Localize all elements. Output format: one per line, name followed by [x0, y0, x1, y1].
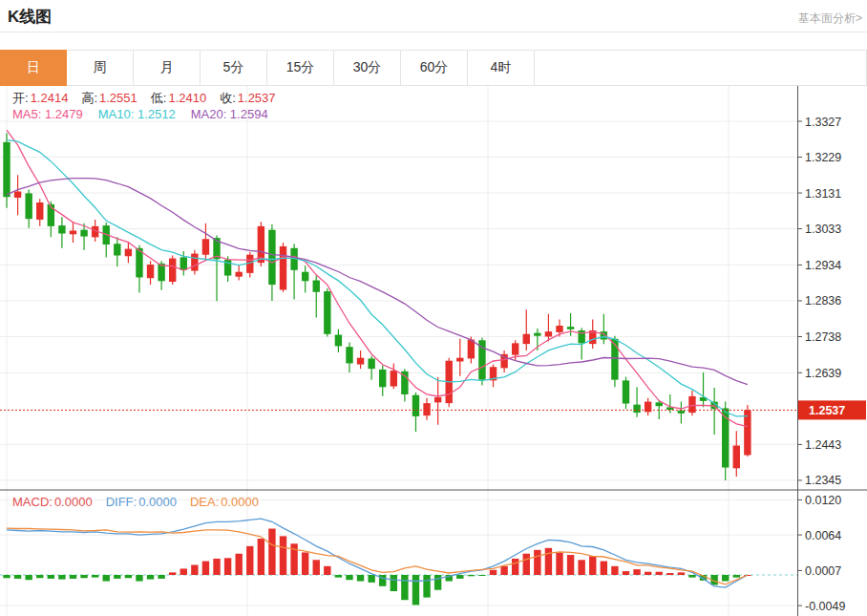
price-tick-0: 1.3327	[805, 116, 841, 129]
macd-bar	[80, 575, 87, 578]
kline-chart-canvas[interactable]: 1.33271.32291.31311.30331.29341.28361.27…	[0, 86, 867, 616]
macd-bar	[324, 566, 330, 575]
price-panel	[0, 130, 797, 480]
candle-body	[191, 254, 198, 271]
price-tick-2: 1.3131	[805, 187, 841, 201]
price-tick-4: 1.2934	[805, 259, 841, 272]
macd-bar	[180, 568, 187, 575]
macd-bar	[656, 572, 663, 575]
macd-bar	[202, 562, 209, 575]
candle-body	[114, 244, 120, 255]
macd-bar	[623, 571, 629, 575]
macd-bar	[666, 573, 673, 575]
price-tick-1: 1.3229	[805, 151, 841, 164]
macd-tick-0: 0.0120	[805, 494, 841, 507]
candle-body	[633, 405, 640, 413]
macd-bar	[601, 562, 607, 575]
candle-body	[125, 249, 132, 257]
macd-bar	[688, 575, 695, 578]
ma10-line	[7, 140, 748, 416]
candle-body	[368, 358, 374, 369]
candle-body	[357, 358, 364, 365]
candle-body	[423, 403, 430, 415]
macd-panel	[0, 519, 797, 605]
macd-bar	[733, 575, 740, 578]
tab-timeframe-2[interactable]: 月	[134, 50, 201, 86]
widget-header: K线图 基本面分析>	[0, 0, 867, 32]
macd-bar	[313, 560, 320, 575]
macd-bar	[434, 575, 441, 590]
tab-timeframe-1[interactable]: 周	[67, 50, 134, 86]
candle-body	[280, 246, 286, 290]
candle-body	[3, 142, 10, 197]
macd-tick-1: 0.0064	[805, 529, 841, 542]
candle-body	[36, 202, 43, 220]
macd-bar	[346, 575, 352, 580]
grid-layer	[0, 86, 797, 616]
macd-bar	[611, 566, 618, 575]
macd-bar	[191, 565, 198, 575]
tab-timeframe-7[interactable]: 4时	[468, 50, 535, 86]
candle-body	[534, 333, 540, 336]
macd-bar	[258, 539, 264, 575]
macd-bar	[3, 575, 10, 578]
price-tick-7: 1.2639	[805, 367, 841, 380]
tabbar-spacer	[535, 50, 867, 86]
macd-bar	[70, 575, 76, 579]
candle-body	[456, 358, 463, 362]
tab-timeframe-6[interactable]: 60分	[401, 50, 468, 86]
candle-body	[545, 331, 552, 336]
candle-body	[567, 327, 574, 329]
candle-body	[235, 272, 242, 277]
candle-body	[556, 326, 562, 332]
macd-bar	[423, 575, 430, 598]
macd-bar	[556, 552, 562, 575]
ma5-line	[7, 130, 748, 427]
candle-body	[302, 272, 308, 282]
macd-bar	[103, 575, 110, 582]
price-tick-9: 1.2345	[805, 474, 841, 487]
price-tick-6: 1.2738	[805, 330, 841, 344]
fundamental-analysis-link[interactable]: 基本面分析>	[798, 11, 862, 27]
tab-timeframe-4[interactable]: 15分	[267, 50, 334, 86]
candle-body	[346, 347, 352, 363]
candle-body	[169, 259, 176, 282]
macd-bar	[335, 575, 342, 578]
candle-body	[391, 371, 397, 386]
candle-body	[147, 265, 154, 278]
macd-bar	[169, 572, 176, 575]
macd-bar	[246, 546, 253, 575]
price-tick-5: 1.2836	[805, 294, 841, 308]
macd-bar	[512, 559, 518, 575]
macd-bar	[357, 575, 364, 582]
candle-body	[58, 225, 65, 233]
macd-bar	[534, 550, 540, 575]
macd-bar	[302, 552, 308, 575]
chart-area: 开:1.2414高:1.2551低:1.2410收:1.2537 MA5: 1.…	[0, 86, 867, 616]
candle-body	[14, 191, 21, 198]
tab-timeframe-0[interactable]: 日	[0, 50, 67, 86]
current-price-badge-label: 1.2537	[809, 404, 845, 417]
macd-bar	[368, 575, 374, 583]
candle-body	[468, 340, 475, 359]
candle-body	[180, 257, 187, 269]
macd-bar	[545, 548, 552, 575]
tab-timeframe-5[interactable]: 30分	[334, 50, 401, 86]
macd-bar	[678, 572, 685, 575]
tab-timeframe-3[interactable]: 5分	[201, 50, 267, 86]
candle-body	[678, 411, 685, 414]
candle-body	[202, 239, 209, 254]
macd-bar	[268, 529, 275, 575]
candle-body	[744, 410, 751, 455]
macd-bar	[500, 566, 507, 575]
candle-body	[80, 230, 87, 237]
macd-bar	[48, 575, 54, 579]
macd-bar	[578, 560, 584, 575]
macd-bar	[125, 575, 132, 578]
macd-bar	[391, 575, 397, 591]
candle-body	[324, 291, 330, 334]
macd-bar	[412, 575, 419, 605]
candle-body	[379, 370, 386, 387]
macd-bar	[36, 575, 43, 578]
page-title: K线图	[8, 6, 52, 28]
